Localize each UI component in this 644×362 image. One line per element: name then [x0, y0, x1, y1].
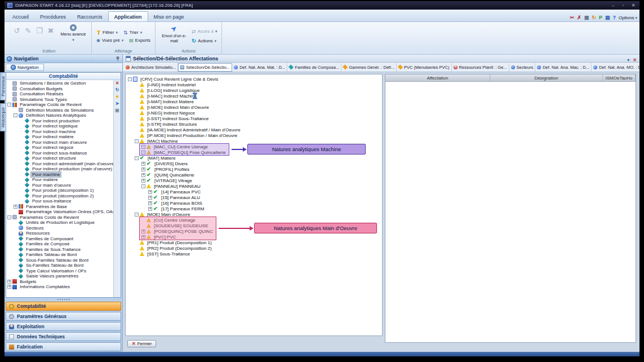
affectation-item-ia-moe-indirect-administratif-main-d-oeuvre[interactable]: [IA-MOE] Indirect Administratif / Main d… — [127, 127, 381, 133]
ribbon-tab-application[interactable]: Application — [108, 11, 148, 21]
nav-tree-item-simulations-besoins-de-gestion[interactable]: Simulations / Besoins de Gestion — [6, 81, 113, 86]
doc-tab-familles-de-composa[interactable]: Familles de Composa... — [287, 63, 341, 72]
nav-tree-item-pour-produit-d-composition-1[interactable]: Pour produit (décomposition 1) — [6, 188, 113, 193]
affectation-item-panneau-panneau[interactable]: -[PANNEAU] PANNEAU — [127, 183, 381, 189]
nav-tree-item-param-tres-de-base[interactable]: +Paramètres de Base — [6, 204, 113, 210]
accordion-comptabilit[interactable]: Comptabilité — [6, 302, 121, 311]
nav-tree-item-d-finition-mod-les-de-simulations[interactable]: Définition Modèles de Simulations — [6, 108, 113, 113]
accordion-fabrication[interactable]: Fabrication — [6, 342, 121, 351]
maximize-button[interactable]: ▫ — [620, 3, 627, 8]
help-icon[interactable]: ? — [612, 15, 616, 20]
tree-toggle-icon[interactable]: - — [135, 213, 139, 217]
p-icon[interactable]: P — [599, 15, 602, 20]
nav-tree-item-pour-indirect-n-goce[interactable]: Pour indirect négoce — [6, 145, 113, 151]
nav-tree-item-ressources[interactable]: Ressources — [6, 231, 113, 236]
edge-tab-historique[interactable]: Historique — [0, 103, 6, 131]
delete-icon[interactable]: ✗ — [577, 15, 581, 20]
affectation-item-divers-divers[interactable]: +[DIVERS] Divers — [127, 161, 381, 166]
tree-toggle-icon[interactable]: + — [141, 162, 145, 166]
tree-toggle-icon[interactable]: - — [135, 139, 139, 143]
nav-tree-item-pour-indirect-mati-re[interactable]: Pour indirect matière — [6, 134, 113, 140]
refresh-icon[interactable]: ↻ — [116, 88, 119, 92]
nav-tree-item-param-tres-co-ts-de-revient[interactable]: -Paramètres Coûts de Revient — [6, 215, 113, 220]
doc-tab-def-nat-ana-mo-d[interactable]: Def. Nat. Ana. MO. : D... — [592, 63, 639, 72]
nav-tree-item-budgets[interactable]: +Budgets — [6, 279, 113, 285]
tree-toggle-icon[interactable]: - — [7, 215, 11, 219]
doc-tab-def-nat-ana-mat-d[interactable]: Def. Nat. Ana. Mat. : D... — [232, 63, 287, 72]
pin-icon[interactable] — [116, 56, 120, 61]
nav-tree-item-familles-de-compos[interactable]: Familles de Composé — [6, 241, 113, 247]
options-button[interactable]: Options — [619, 15, 637, 20]
exports-button[interactable]: Exports — [129, 38, 150, 43]
tree-toggle-icon[interactable]: - — [7, 103, 11, 107]
tree-toggle-icon[interactable]: - — [128, 77, 132, 81]
splitter-grip[interactable] — [5, 298, 122, 301]
affectation-item-sst-sous-traitance[interactable]: [SST] Sous-Traitance — [127, 251, 381, 257]
nav-tree-item-saisie-valeurs-param-tr-s[interactable]: Saisie Valeurs paramétrés — [6, 273, 113, 279]
affectation-item-17-panneaux-ferm[interactable]: +[17] Panneaux FERM — [127, 206, 381, 211]
doc-tab-architecture-simulatio[interactable]: Architecture Simulatio... — [124, 63, 178, 72]
affectation-item-crv-cout-revient-ligne-cde-devis[interactable]: -[CRV] Cout Revient Ligne Cde & Devis — [127, 76, 381, 82]
nav-tree-item-pour-indirect-structure[interactable]: Pour indirect structure — [6, 156, 113, 161]
tree-toggle-icon[interactable]: + — [148, 196, 152, 200]
affectation-item-i-ind-indirect-industriel[interactable]: [I-IND] Indirect Industriel — [127, 82, 381, 87]
affectation-item-i-mac-indirect-machine[interactable]: [I-MAC] Indirect Machine — [127, 93, 381, 99]
doc-tab-secteurs[interactable]: Secteurs — [509, 63, 536, 72]
affectation-item-quin-quincaillerie[interactable]: +[QUIN] Quincaillerie — [127, 172, 381, 178]
nav-tree-item-pour-indirect-machine[interactable]: Pour indirect machine — [6, 129, 113, 135]
tree-toggle-icon[interactable]: - — [14, 113, 17, 117]
refresh-icon[interactable]: ↻ — [592, 15, 596, 20]
nav-tree-item-secteurs[interactable]: Secteurs — [6, 226, 113, 231]
nav-tree-item-param-trage-co-ts-de-revient[interactable]: -Paramétrage Coûts de Revient — [6, 102, 113, 108]
actions-button[interactable]: Actions — [192, 38, 217, 44]
nav-tree-item-pour-indirect-main-d-oeuvre[interactable]: Pour indirect main d'oeuvre — [6, 140, 113, 145]
affectation-item-14-panneaux-pvc[interactable]: +[14] Panneaux PVC — [127, 189, 381, 195]
tree-toggle-icon[interactable]: + — [141, 235, 145, 239]
tree-toggle-icon[interactable]: + — [7, 285, 11, 289]
affectation-item-16-panneaux-bois[interactable]: +[16] Panneaux BOIS — [127, 200, 381, 206]
tree-toggle-icon[interactable]: + — [148, 190, 152, 194]
doc-icon[interactable]: ▤ — [605, 15, 610, 20]
minimize-button[interactable]: – — [610, 3, 616, 8]
nav-tree-item-sous-familles-tableau-de-bord[interactable]: Sous-Familles Tableau de Bord — [6, 258, 113, 263]
nav-tree-item-ss-familles-tableau-de-bord[interactable]: Ss-Familles Tableau de Bord — [6, 263, 113, 268]
nav-tree-item-d-finition-natures-analytiques[interactable]: -Définition Natures Analytiques — [6, 113, 113, 118]
doc-tab-s-lection-d-s-lectio[interactable]: Sélection/Dé-Sélectio... — [178, 63, 232, 72]
filter-button[interactable]: Filtrer — [96, 30, 118, 35]
affectation-item-pr2-produit-decomposition-2[interactable]: [PR2] Produit (Decomposition 2) — [127, 245, 381, 251]
affectation-item-i-str-indirect-structure[interactable]: [I-STR] Indirect Structure — [127, 121, 381, 127]
affectation-item-ip-moe-indirect-production-main-d-oeuvre[interactable]: [IP-MOE] Indirect Production / Main d'Oe… — [127, 133, 381, 138]
nav-tree-item-pour-mati-re[interactable]: Pour matière — [6, 177, 113, 183]
nav-tree-item-familles-de-sous-traitance[interactable]: Familles de Sous-Traitance — [6, 247, 113, 253]
doc-tab-gammes-g-n-r-d-fi[interactable]: Gammes Génér. : Défi... — [341, 63, 397, 72]
doc-tab-ressources-planif-ge[interactable]: Ressources Planif. : Ge... — [452, 63, 509, 72]
views-button[interactable]: Vues pré — [96, 38, 123, 43]
nav-tree-item-pour-indirect-administratif-main-d-oeuvre[interactable]: Pour indirect administratif (main d'oeuv… — [6, 161, 113, 167]
nav-tree-item-pour-sous-traitance[interactable]: Pour sous-traitance — [6, 198, 113, 204]
affectation-item-mac-machine[interactable]: -[MAC] Machine — [127, 138, 381, 144]
chevron-down-icon[interactable] — [627, 54, 629, 64]
affectation-item-i-log-indirect-logistique[interactable]: [I-LOG] Indirect Logistique — [127, 87, 381, 93]
nav-tree-item-pour-main-d-oeuvre[interactable]: Pour main d'oeuvre — [6, 183, 113, 188]
tree-toggle-icon[interactable]: - — [141, 184, 145, 188]
star-icon[interactable]: ★ — [115, 95, 119, 99]
affectation-item-vitrage-vitrage[interactable]: +[VITRAGE] Vitrage — [127, 178, 381, 183]
nav-tree-item-pour-machine[interactable]: Pour machine — [6, 172, 113, 178]
advanced-menu-button[interactable]: Menu avancé — [60, 24, 87, 48]
nav-tree-item-simulations-tous-types[interactable]: Simulations Tous Types — [6, 97, 113, 103]
tree-toggle-icon[interactable]: + — [141, 167, 145, 171]
edge-tab-panneaux[interactable]: Panneaux — [0, 72, 6, 100]
nav-tree-item-familles-tableau-de-bord[interactable]: Familles Tableau de Bord — [6, 252, 113, 258]
ribbon-tab-accueil[interactable]: Accueil — [7, 12, 34, 21]
affectation-item-pvc-pvc[interactable]: +[PVC] PVC — [127, 234, 381, 240]
tree-toggle-icon[interactable]: + — [7, 280, 11, 284]
nav-tree-item-unit-s-de-production-et-logistique[interactable]: Unités de Production et Logistique — [6, 220, 113, 226]
nav-tree-item-pour-indirect-logistique[interactable]: Pour indirect logistique — [6, 123, 113, 129]
fermer-button[interactable]: Fermer — [127, 340, 156, 347]
doc-tab-def-nat-ana-mac-d[interactable]: Def. Nat. Ana. Mac. : D... — [535, 63, 592, 72]
tree-toggle-icon[interactable]: + — [141, 179, 145, 183]
tree-toggle-icon[interactable]: + — [148, 207, 152, 211]
doc-tab-pvc-menuiseries-pvc[interactable]: PVC (Menuiseries PVC) — [397, 63, 451, 72]
nav-tree-item-pour-indirect-sous-traitance[interactable]: Pour indirect sous-traitance — [6, 151, 113, 156]
affectation-item-profil-profil-s[interactable]: +[PROFIL] Profilés — [127, 166, 381, 172]
